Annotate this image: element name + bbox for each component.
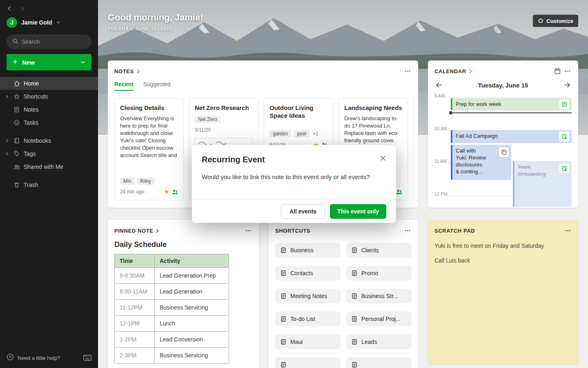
sidebar-item-notes[interactable]: Notes [0,103,98,116]
calendar-event-call-with-yuki[interactable]: Call with Yuki: Review disclosures & con… [451,145,511,180]
expand-icon[interactable] [4,152,10,155]
daily-schedule-table: Time Activity 8-8:30AM Lead Generation P… [114,254,229,364]
shortcuts-widget: SHORTCUTS Business Clients Contacts Prom… [269,220,418,368]
scratch-pad-editor[interactable]: Yuki is free to meet on Friday and Satur… [434,242,572,264]
help-link[interactable]: Need a little help? [18,355,60,361]
note-card-closing-details[interactable]: Closing Details Overview Everything is h… [114,98,184,200]
sidebar-item-tasks[interactable]: Tasks [0,116,98,129]
account-menu[interactable]: J Jamie Gold [0,13,98,31]
sidebar-item-shortcuts[interactable]: Shortcuts [0,90,98,103]
note-icon [280,316,287,322]
note-icon [351,316,358,322]
new-button[interactable]: New [7,54,91,70]
calendar-event-team-onboarding[interactable]: Team Onboarding [513,161,572,207]
note-icon [280,247,287,254]
note-icon [280,270,287,276]
note-icon [351,339,358,345]
search-field[interactable] [22,38,86,45]
sidebar-item-notebooks[interactable]: Notebooks [0,134,98,147]
pinned-note-more-icon[interactable] [244,227,252,235]
event-title: Team Onboarding [514,161,555,180]
expand-icon[interactable] [4,139,10,142]
shortcut-item-promo[interactable]: Promo [346,266,412,280]
table-row: 8-8:30AM Lead Generation Prep [115,268,229,284]
scratch-pad-more-icon[interactable] [564,227,572,235]
next-day-icon[interactable] [563,81,572,89]
shortcuts-more-icon[interactable] [403,227,412,235]
sidebar-nav: Home Shortcuts Notes [0,77,98,191]
close-icon[interactable] [379,154,387,162]
dialog-message: Would you like to link this note to this… [192,164,396,180]
table-header-activity: Activity [155,254,229,268]
header-date: TUESDAY, JUNE 15, 2021 [108,26,203,31]
note-tag: Net Zero [195,116,220,123]
note-card-partial[interactable] [413,98,418,200]
shortcut-item-personal-projects[interactable]: Personal Proj... [346,312,412,326]
hour-label: 10 AM [434,126,447,131]
chevron-down-icon [56,20,61,25]
prev-day-icon[interactable] [434,81,443,89]
sidebar-item-shared-with-me[interactable]: Shared with Me [0,160,98,173]
notes-widget-title-link[interactable]: NOTES [114,68,134,74]
chevron-right-icon[interactable] [468,69,473,74]
this-event-only-button[interactable]: This event only [330,204,386,219]
customize-button[interactable]: Customize [533,15,578,27]
note-icon [351,361,358,368]
tab-recent[interactable]: Recent [114,81,134,91]
shortcut-item-maui[interactable]: Maui [275,334,341,349]
note-date: 9/11/20 [195,127,253,133]
note-icon [12,106,21,113]
note-icon [280,361,287,368]
sidebar-item-tags[interactable]: Tags [0,147,98,160]
tab-suggested[interactable]: Suggested [143,81,171,91]
note-tag: garden [270,130,291,137]
shortcut-item[interactable] [346,357,412,368]
pinned-note-name: Daily Schedule [114,240,252,249]
create-note-icon[interactable] [559,131,570,142]
calendar-event-prep-for-work-week[interactable]: Prep for work week [451,98,572,110]
open-linked-note-icon[interactable] [559,99,570,110]
note-icon [280,339,287,345]
shortcut-item-todo-list[interactable]: To-do List [275,312,341,326]
shortcut-item-business[interactable]: Business [275,243,341,258]
shortcut-item[interactable] [275,357,341,368]
shortcut-item-meeting-notes[interactable]: Meeting Notes [275,289,341,303]
shortcut-item-contacts[interactable]: Contacts [275,266,341,280]
all-events-button[interactable]: All events [281,204,325,219]
shortcut-item-business-strategy[interactable]: Business Str... [346,289,412,303]
task-check-icon [12,119,21,126]
calendar-more-icon[interactable] [564,67,572,75]
copy-note-icon[interactable] [499,147,509,157]
calendar-event-fall-ad-campaign[interactable]: Fall Ad Campaign [451,130,572,143]
expand-icon[interactable] [4,95,10,98]
note-tag: pool [294,130,310,137]
notes-more-icon[interactable] [403,67,412,75]
sidebar-item-trash[interactable]: Trash [0,178,98,191]
notebook-icon [12,137,21,144]
calendar-widget-title-link[interactable]: CALENDAR [434,68,466,74]
create-note-icon[interactable] [559,163,570,174]
keyboard-shortcuts-icon[interactable] [83,355,91,361]
shortcut-item-clients[interactable]: Clients [346,243,412,258]
scratch-pad-line: Call Luis back [434,257,572,264]
star-icon [12,93,21,100]
history-forward-icon[interactable] [20,6,25,11]
shortcut-item-leads[interactable]: Leads [346,334,412,349]
pinned-note-widget: PINNED NOTE Daily Schedule Time Activity [108,220,259,368]
calendar-widget: CALENDAR Tuesday, June 15 [428,61,578,208]
event-title: Prep for work week [452,98,572,110]
calendar-icon[interactable] [553,67,561,75]
notes-tabs: Recent Suggested [114,81,412,91]
note-icon [351,247,358,254]
chevron-right-icon[interactable] [136,69,140,74]
scratch-pad-widget: SCRATCH PAD Yuki is free to meet on Frid… [428,220,578,364]
sidebar-item-home[interactable]: Home [0,77,98,90]
chevron-right-icon[interactable] [155,229,160,233]
history-back-icon[interactable] [7,6,12,11]
hour-label: 11 AM [434,159,447,164]
people-icon [12,164,21,170]
pinned-note-title-link[interactable]: PINNED NOTE [114,228,153,234]
chevron-down-icon[interactable] [80,60,86,65]
search-input[interactable] [7,34,91,49]
plus-icon [12,59,18,66]
